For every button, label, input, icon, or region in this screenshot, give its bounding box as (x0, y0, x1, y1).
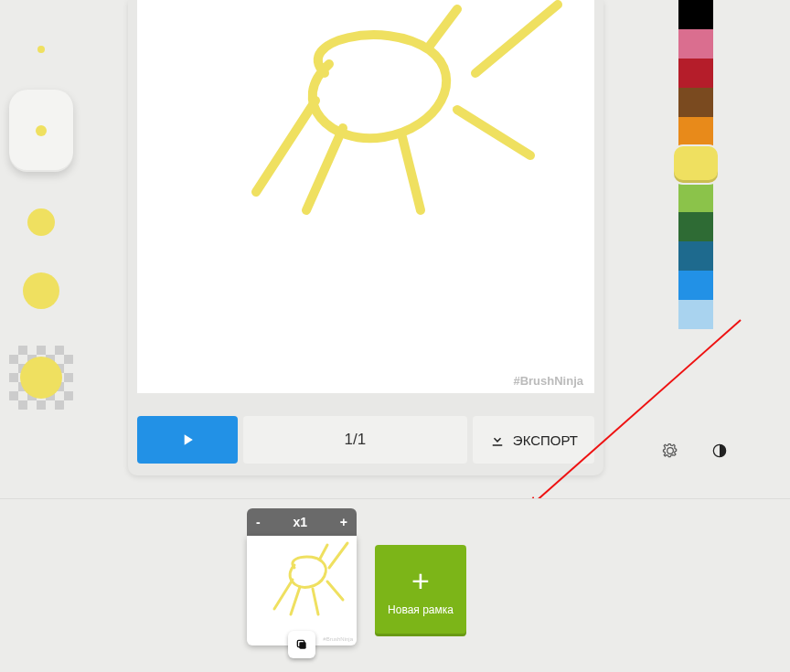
color-swatch-4[interactable] (678, 117, 713, 146)
thumb-watermark: #BrushNinja (323, 636, 353, 642)
contrast-button[interactable] (708, 439, 731, 463)
download-icon (489, 432, 506, 448)
play-button[interactable] (137, 416, 238, 464)
color-swatch-2[interactable] (678, 59, 713, 88)
brush-size-xs[interactable] (37, 46, 45, 53)
brush-size-s-dot (36, 125, 47, 136)
color-swatch-5[interactable] (674, 146, 718, 183)
brush-size-custom[interactable] (9, 346, 73, 410)
duplicate-frame-button[interactable] (288, 631, 315, 658)
color-swatch-1[interactable] (678, 29, 713, 59)
color-swatch-7[interactable] (678, 212, 713, 241)
frame-counter: 1/1 (243, 416, 467, 464)
drawing-sun-icon (137, 0, 594, 393)
brush-size-m[interactable] (27, 208, 55, 236)
drawing-canvas[interactable]: #BrushNinja (137, 0, 594, 393)
color-swatch-8[interactable] (678, 241, 713, 271)
new-frame-button[interactable]: + Новая рамка (375, 545, 466, 636)
color-palette (678, 0, 713, 329)
frame-card[interactable]: - x1 + #BrushNinja (247, 508, 357, 645)
export-label: ЭКСПОРТ (513, 432, 578, 448)
play-icon (178, 431, 197, 449)
speed-plus-button[interactable]: + (340, 515, 347, 529)
watermark: #BrushNinja (513, 374, 583, 388)
canvas-panel: #BrushNinja 1/1 ЭКСПОРТ (128, 0, 603, 475)
brush-size-l[interactable] (23, 272, 59, 309)
canvas-toolbar: 1/1 ЭКСПОРТ (137, 415, 594, 464)
plus-icon: + (411, 565, 430, 596)
frame-thumbnail[interactable]: #BrushNinja (247, 536, 357, 645)
settings-button[interactable] (658, 439, 682, 463)
export-button[interactable]: ЭКСПОРТ (473, 416, 594, 464)
gear-icon (661, 442, 679, 460)
color-swatch-0[interactable] (678, 0, 713, 29)
frame-speed-controls: - x1 + (247, 508, 357, 536)
speed-minus-button[interactable]: - (256, 515, 261, 529)
frame-thumbnail-drawing-icon (247, 536, 357, 645)
palette-extra-row (658, 439, 731, 463)
new-frame-label: Новая рамка (388, 603, 454, 616)
brush-size-column (0, 0, 82, 498)
contrast-icon (710, 442, 729, 460)
color-swatch-9[interactable] (678, 271, 713, 300)
timeline: - x1 + #BrushNinja (0, 499, 790, 672)
svg-rect-2 (299, 642, 305, 648)
color-swatch-6[interactable] (678, 183, 713, 212)
color-swatch-10[interactable] (678, 300, 713, 329)
copy-icon (294, 637, 309, 652)
color-swatch-3[interactable] (678, 88, 713, 117)
speed-label: x1 (293, 515, 307, 529)
brush-size-selected[interactable] (9, 90, 73, 172)
